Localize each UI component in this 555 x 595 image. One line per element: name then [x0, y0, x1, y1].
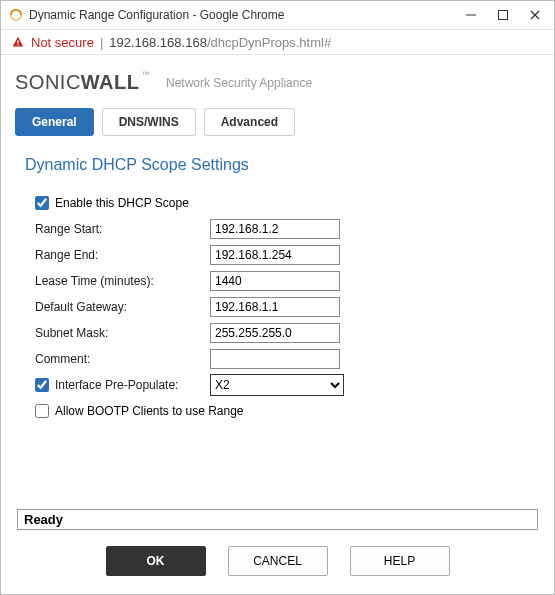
brand-row: SONICWALL™ Network Security Appliance — [15, 65, 540, 108]
minimize-button[interactable] — [464, 8, 478, 22]
url-host: 192.168.168.168 — [109, 35, 207, 50]
brand-logo: SONICWALL™ — [15, 71, 150, 94]
warning-icon — [11, 35, 25, 49]
interface-prepopulate-select[interactable]: X2 — [210, 374, 344, 396]
window: Dynamic Range Configuration - Google Chr… — [0, 0, 555, 595]
button-row: OK CANCEL HELP — [15, 530, 540, 594]
range-start-label: Range Start: — [35, 222, 210, 236]
brand-part1: SONIC — [15, 71, 81, 94]
allow-bootp-checkbox[interactable] — [35, 404, 49, 418]
enable-scope-label: Enable this DHCP Scope — [55, 196, 189, 210]
subnet-mask-label: Subnet Mask: — [35, 326, 210, 340]
status-bar: Ready — [17, 509, 538, 530]
titlebar: Dynamic Range Configuration - Google Chr… — [1, 1, 554, 29]
enable-scope-checkbox[interactable] — [35, 196, 49, 210]
comment-label: Comment: — [35, 352, 210, 366]
address-divider: | — [100, 35, 103, 50]
tab-general[interactable]: General — [15, 108, 94, 136]
svg-rect-5 — [17, 44, 18, 45]
lease-time-label: Lease Time (minutes): — [35, 274, 210, 288]
close-button[interactable] — [528, 8, 542, 22]
cancel-button[interactable]: CANCEL — [228, 546, 328, 576]
range-end-label: Range End: — [35, 248, 210, 262]
default-gateway-label: Default Gateway: — [35, 300, 210, 314]
tab-dnswins[interactable]: DNS/WINS — [102, 108, 196, 136]
not-secure-label: Not secure — [31, 35, 94, 50]
range-start-input[interactable] — [210, 219, 340, 239]
brand-part2: WALL — [81, 71, 140, 94]
maximize-button[interactable] — [496, 8, 510, 22]
interface-prepopulate-label: Interface Pre-Populate: — [55, 378, 210, 392]
ok-button[interactable]: OK — [106, 546, 206, 576]
app-icon — [9, 8, 23, 22]
brand-tm: ™ — [142, 70, 151, 79]
range-end-input[interactable] — [210, 245, 340, 265]
url-path: /dhcpDynProps.html# — [207, 35, 331, 50]
svg-rect-4 — [17, 40, 18, 43]
brand-subtitle: Network Security Appliance — [166, 76, 312, 90]
subnet-mask-input[interactable] — [210, 323, 340, 343]
tab-bar: General DNS/WINS Advanced — [15, 108, 540, 136]
help-button[interactable]: HELP — [350, 546, 450, 576]
window-title: Dynamic Range Configuration - Google Chr… — [29, 8, 464, 22]
default-gateway-input[interactable] — [210, 297, 340, 317]
lease-time-input[interactable] — [210, 271, 340, 291]
svg-rect-1 — [499, 11, 508, 20]
comment-input[interactable] — [210, 349, 340, 369]
tab-advanced[interactable]: Advanced — [204, 108, 295, 136]
address-bar: Not secure | 192.168.168.168/dhcpDynProp… — [1, 29, 554, 55]
section-title: Dynamic DHCP Scope Settings — [25, 156, 540, 174]
form: Enable this DHCP Scope Range Start: Rang… — [15, 190, 540, 424]
allow-bootp-label: Allow BOOTP Clients to use Range — [55, 404, 244, 418]
interface-prepopulate-checkbox[interactable] — [35, 378, 49, 392]
